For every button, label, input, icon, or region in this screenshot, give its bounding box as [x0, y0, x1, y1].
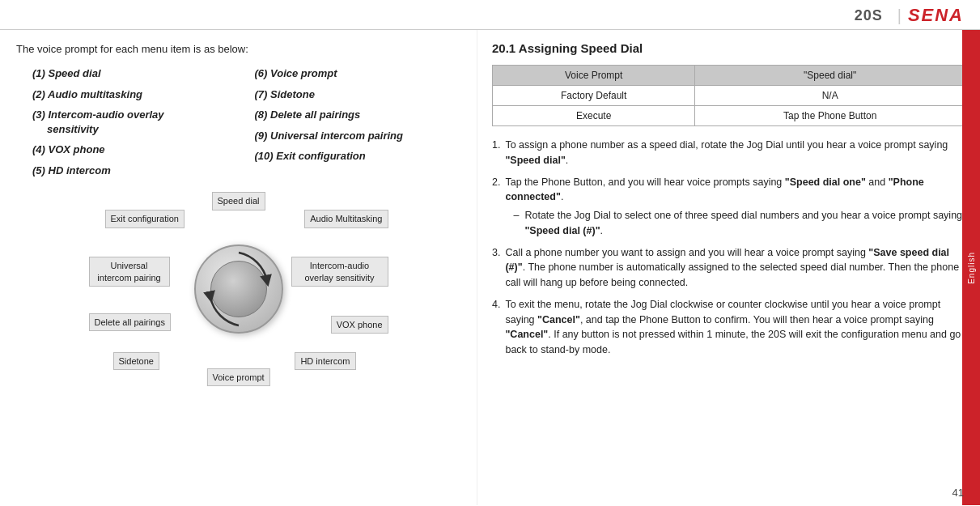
page-label: 20S	[855, 7, 883, 24]
left-column: The voice prompt for each menu item is a…	[0, 30, 477, 505]
table-cell-factory-default-label: Factory Default	[493, 86, 695, 106]
table-row-factory-default: Factory Default N/A	[493, 86, 965, 106]
table-row-execute: Execute Tap the Phone Button	[493, 106, 965, 126]
menu-item-6: (6) Voice prompt	[239, 66, 461, 81]
dial-label-audio-multitasking: Audio Multitasking	[304, 210, 388, 227]
dial-label-intercom-audio: Intercom-audiooverlay sensitivity	[291, 257, 388, 287]
step-4: 4. To exit the menu, rotate the Jog Dial…	[492, 297, 965, 358]
brand-logo: SENA	[908, 5, 964, 26]
dial-label-sidetone: Sidetone	[113, 352, 159, 370]
speed-dial-table: Voice Prompt "Speed dial" Factory Defaul…	[492, 65, 965, 126]
menu-item-5: (5) HD intercom	[16, 164, 239, 178]
dial-label-exit-config: Exit configuration	[105, 210, 185, 227]
step-1: 1. To assign a phone number as a speed d…	[492, 138, 965, 168]
dial-label-universal-intercom: Universal intercom pairing	[89, 257, 170, 287]
menu-item-2: (2) Audio multitasking	[16, 87, 239, 102]
dial-label-speed-dial: Speed dial	[212, 192, 265, 210]
menu-item-3: (3) Intercom-audio overlay sensitivity	[16, 108, 239, 136]
language-label: English	[967, 252, 976, 284]
menu-item-1: (1) Speed dial	[16, 66, 239, 81]
dial-label-vox-phone: VOX phone	[331, 316, 388, 334]
section-title: 20.1 Assigning Speed Dial	[492, 41, 965, 55]
dial-arrows-svg	[186, 236, 291, 342]
dial-diagram: Speed dial Audio Multitasking Intercom-a…	[89, 192, 388, 386]
main-content: The voice prompt for each menu item is a…	[0, 30, 980, 505]
table-cell-execute-label: Execute	[493, 106, 695, 126]
menu-item-9: (9) Universal intercom pairing	[239, 129, 461, 143]
table-row-header: Voice Prompt "Speed dial"	[493, 66, 965, 86]
right-column: 20.1 Assigning Speed Dial Voice Prompt "…	[477, 30, 980, 505]
table-cell-speed-dial-value: "Speed dial"	[695, 66, 965, 86]
intro-text: The voice prompt for each menu item is a…	[16, 43, 460, 55]
page-header: 20S | SENA	[0, 0, 980, 30]
page-number: 41	[952, 487, 964, 499]
dial-label-delete-pairings: Delete all pairings	[89, 313, 171, 331]
dial-label-voice-prompt: Voice prompt	[206, 368, 269, 386]
menu-item-4: (4) VOX phone	[16, 142, 239, 157]
step-2-sub-item: Rotate the Jog Dial to select one of thr…	[513, 208, 965, 239]
table-cell-execute-value: Tap the Phone Button	[695, 106, 965, 126]
menu-item-8: (8) Delete all pairings	[239, 108, 461, 122]
step-3: 3. Call a phone number you want to assig…	[492, 245, 965, 291]
step-2-sub: Rotate the Jog Dial to select one of thr…	[505, 208, 965, 239]
menu-item-10: (10) Exit configuration	[239, 149, 461, 164]
steps-list: 1. To assign a phone number as a speed d…	[492, 138, 965, 358]
menu-items-container: (1) Speed dial (2) Audio multitasking (3…	[16, 66, 460, 184]
table-cell-voice-prompt-label: Voice Prompt	[493, 66, 695, 86]
menu-col-1: (1) Speed dial (2) Audio multitasking (3…	[16, 66, 239, 184]
dial-label-hd-intercom: HD intercom	[295, 352, 355, 370]
menu-col-2: (6) Voice prompt (7) Sidetone (8) Delete…	[239, 66, 461, 184]
menu-item-7: (7) Sidetone	[239, 87, 461, 102]
table-cell-factory-default-value: N/A	[695, 86, 965, 106]
language-tab: English	[962, 30, 980, 505]
step-2: 2. Tap the Phone Button, and you will he…	[492, 175, 965, 239]
